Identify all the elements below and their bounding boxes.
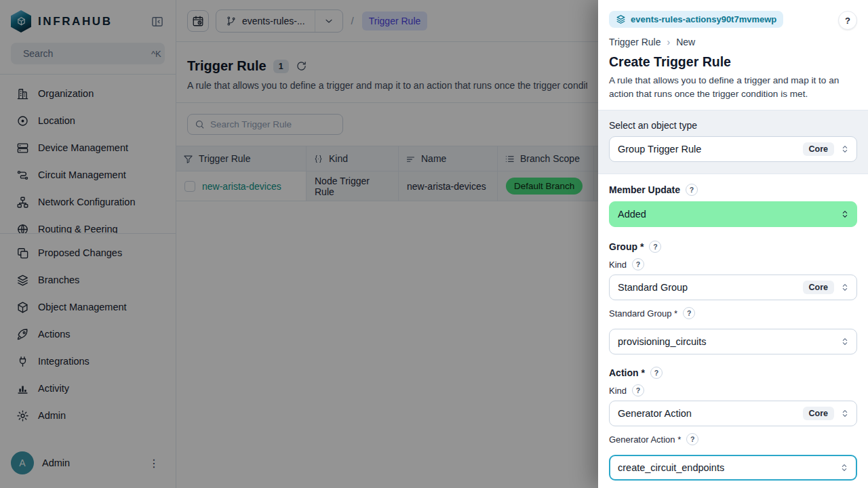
chevrons-up-down-icon [840,336,850,347]
app-window: INFRAHUB ^K Organization Location Device… [0,0,868,488]
object-type-section: Select an object type Group Trigger Rule… [598,110,868,174]
member-update-label: Member Update ? [609,184,857,196]
group-kind-select[interactable]: Standard Group Core [609,274,857,300]
breadcrumb-parent[interactable]: Trigger Rule [609,37,661,47]
branch-badge[interactable]: events-rules-actionsy90t7mvmewp [609,11,783,28]
branch-badge-label: events-rules-actionsy90t7mvmewp [631,14,776,24]
drawer-description: A rule that allows you to define a trigg… [609,74,857,110]
help-icon[interactable]: ? [632,384,644,396]
breadcrumb-current: New [676,37,695,47]
drawer-header: events-rules-actionsy90t7mvmewp ? Trigge… [598,0,868,110]
help-icon[interactable]: ? [650,367,663,379]
select-value: create_circuit_endpoints [618,462,833,473]
member-update-select[interactable]: Added [609,201,857,227]
action-kind-label: Kind ? [609,384,857,396]
select-value: Generator Action [618,408,797,419]
chevrons-up-down-icon [840,209,850,220]
core-badge: Core [803,407,834,420]
chevrons-up-down-icon [839,462,850,473]
help-icon[interactable]: ? [632,258,644,270]
layers-icon [616,14,626,24]
drawer-title: Create Trigger Rule [609,54,857,70]
generator-action-select[interactable]: create_circuit_endpoints [609,455,857,481]
select-value: Group Trigger Rule [618,144,797,155]
help-icon[interactable]: ? [686,184,698,196]
action-section-label: Action * ? [609,367,857,379]
help-icon[interactable]: ? [683,307,695,319]
chevrons-up-down-icon [840,282,850,293]
standard-group-select[interactable]: provisioning_circuits [609,329,857,354]
object-type-select[interactable]: Group Trigger Rule Core [609,136,857,162]
core-badge: Core [803,142,834,156]
chevrons-up-down-icon [840,408,850,419]
object-type-label: Select an object type [609,120,857,131]
drawer-breadcrumb: Trigger Rule › New [609,37,857,47]
chevron-right-icon: › [667,37,671,47]
help-icon[interactable]: ? [686,433,698,445]
group-kind-label: Kind ? [609,258,857,270]
select-value: Added [618,209,834,220]
generator-action-label: Generator Action * ? [609,433,857,445]
standard-group-label: Standard Group * ? [609,307,857,319]
chevrons-up-down-icon [840,144,850,155]
action-kind-select[interactable]: Generator Action Core [609,401,857,426]
group-section-label: Group * ? [609,241,857,253]
help-button[interactable]: ? [838,11,857,30]
select-value: provisioning_circuits [618,336,834,347]
help-icon[interactable]: ? [649,241,661,253]
create-trigger-rule-drawer: events-rules-actionsy90t7mvmewp ? Trigge… [598,0,868,488]
drawer-form: Member Update ? Added Group * ? Kind ? [598,184,868,488]
core-badge: Core [803,281,834,294]
select-value: Standard Group [618,282,797,293]
